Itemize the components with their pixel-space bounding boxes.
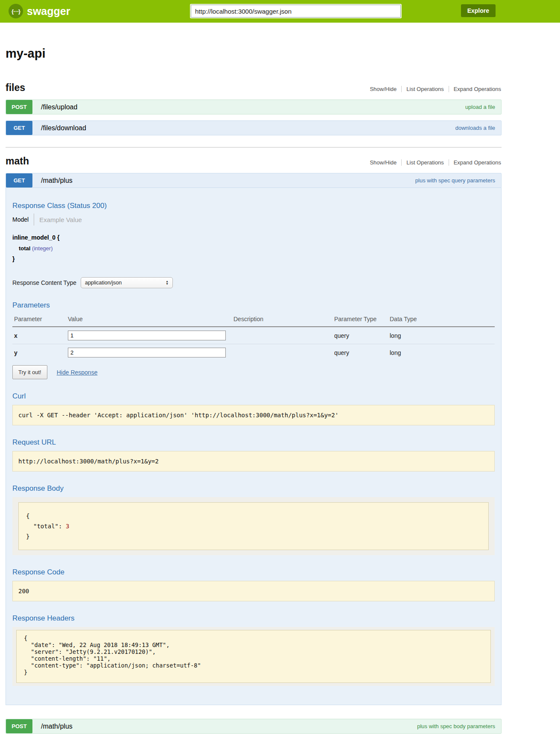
response-content-type-label: Response Content Type (12, 279, 76, 286)
col-header-parameter: Parameter (12, 313, 66, 327)
hide-response-link[interactable]: Hide Response (57, 369, 98, 376)
model-property-type: (integer) (32, 245, 52, 252)
parameter-data-type: long (388, 327, 495, 344)
operation-path-link[interactable]: /files/download (41, 124, 86, 132)
method-badge-post: POST (6, 100, 32, 114)
section-title-files[interactable]: files (6, 82, 25, 94)
model-property: total (integer) (19, 243, 495, 254)
math-section-controls: Show/Hide List Operations Expand Operati… (365, 159, 502, 167)
files-section-header: files Show/Hide List Operations Expand O… (6, 82, 502, 94)
files-list-operations-link[interactable]: List Operations (401, 86, 448, 92)
spec-url-input[interactable] (191, 5, 401, 18)
method-badge-get: GET (6, 173, 32, 187)
swagger-logo-icon: {⋯} (9, 4, 23, 18)
response-code-block: 200 (12, 581, 495, 601)
request-url-block: http://localhost:3000/math/plus?x=1&y=2 (12, 451, 495, 472)
parameter-row-y: y query long (12, 344, 495, 361)
model-declaration: inline_model_0 { (12, 232, 495, 243)
top-bar: {⋯} swagger Explore (0, 0, 560, 23)
section-divider (6, 147, 502, 148)
operation-summary: upload a file (465, 104, 495, 110)
parameter-name: y (12, 344, 66, 361)
swagger-brand-link[interactable]: {⋯} swagger (9, 4, 70, 18)
tab-example-value[interactable]: Example Value (34, 216, 82, 223)
operation-row-post-files-upload[interactable]: POST /files/upload upload a file (6, 100, 502, 114)
signature-tabs: Model Example Value (12, 214, 495, 226)
method-badge-post: POST (6, 719, 32, 733)
json-number-value: 3 (66, 523, 69, 530)
math-list-operations-link[interactable]: List Operations (401, 159, 448, 166)
math-expand-operations-link[interactable]: Expand Operations (449, 159, 502, 166)
col-header-data-type: Data Type (388, 313, 495, 327)
parameter-type: query (332, 344, 388, 361)
page-title: my-api (6, 47, 502, 61)
curl-heading: Curl (12, 392, 495, 401)
parameters-heading: Parameters (12, 301, 495, 310)
parameter-type: query (332, 327, 388, 344)
select-arrows-icon: ▲▼ (166, 280, 169, 285)
response-headers-block: { "date": "Wed, 22 Aug 2018 18:49:13 GMT… (16, 630, 491, 683)
files-expand-operations-link[interactable]: Expand Operations (449, 86, 502, 92)
response-code-heading: Response Code (12, 568, 495, 577)
method-badge-get: GET (6, 121, 32, 135)
main-container: my-api files Show/Hide List Operations E… (6, 47, 502, 738)
response-content-type-value: application/json (85, 280, 122, 286)
operation-summary: plus with spec body parameters (417, 723, 495, 729)
response-headers-container: { "date": "Wed, 22 Aug 2018 18:49:13 GMT… (12, 627, 495, 686)
operation-summary: downloads a file (455, 125, 495, 131)
response-class-heading: Response Class (Status 200) (12, 202, 495, 210)
response-body-block: { "total": 3 } (18, 502, 489, 550)
response-body-container: { "total": 3 } (12, 497, 495, 555)
files-show-hide-link[interactable]: Show/Hide (365, 86, 401, 92)
brand-name: swagger (27, 5, 70, 18)
model-signature: inline_model_0 { total (integer) } (12, 232, 495, 264)
operation-row-post-math-plus[interactable]: POST /math/plus plus with spec body para… (6, 719, 502, 734)
response-content-type-select[interactable]: application/json ▲▼ (81, 277, 173, 288)
parameter-description (232, 327, 332, 344)
section-title-math[interactable]: math (6, 155, 29, 167)
explore-button[interactable]: Explore (461, 4, 496, 17)
files-section-controls: Show/Hide List Operations Expand Operati… (365, 86, 502, 94)
operation-row-get-math-plus[interactable]: GET /math/plus plus with spec query para… (6, 173, 502, 188)
response-headers-heading: Response Headers (12, 614, 495, 623)
operation-path-link[interactable]: /math/plus (41, 723, 73, 730)
operation-detail-panel: Response Class (Status 200) Model Exampl… (6, 188, 502, 705)
parameter-data-type: long (388, 344, 495, 361)
parameter-y-input[interactable] (68, 348, 226, 357)
curl-command-block: curl -X GET --header 'Accept: applicatio… (12, 405, 495, 425)
operation-path-link[interactable]: /files/upload (41, 103, 77, 111)
col-header-description: Description (232, 313, 332, 327)
json-key: "total" (33, 523, 58, 530)
response-body-heading: Response Body (12, 484, 495, 493)
response-content-type-row: Response Content Type application/json ▲… (12, 277, 495, 288)
request-url-heading: Request URL (12, 438, 495, 447)
parameters-table: Parameter Value Description Parameter Ty… (12, 313, 495, 361)
try-row: Try it out! Hide Response (12, 365, 495, 379)
math-show-hide-link[interactable]: Show/Hide (365, 159, 401, 166)
col-header-parameter-type: Parameter Type (332, 313, 388, 327)
parameter-row-x: x query long (12, 327, 495, 344)
model-closing-brace: } (12, 254, 495, 264)
col-header-value: Value (66, 313, 232, 327)
math-section-header: math Show/Hide List Operations Expand Op… (6, 155, 502, 167)
operation-row-get-files-download[interactable]: GET /files/download downloads a file (6, 120, 502, 135)
tab-model[interactable]: Model (12, 216, 34, 223)
parameter-x-input[interactable] (68, 331, 226, 340)
model-property-name: total (19, 245, 30, 252)
try-it-out-button[interactable]: Try it out! (12, 365, 47, 379)
operation-summary: plus with spec query parameters (415, 177, 495, 184)
operation-path-link[interactable]: /math/plus (41, 177, 73, 184)
parameter-description (232, 344, 332, 361)
parameter-name: x (12, 327, 66, 344)
